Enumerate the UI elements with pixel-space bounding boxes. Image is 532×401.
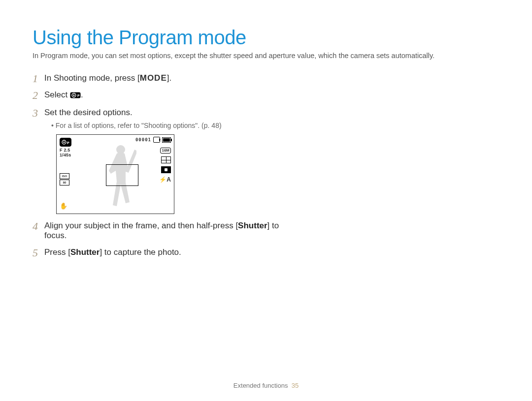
step-4: 4 Align your subject in the frame, and t… (33, 221, 299, 241)
lcd-focus-frame (106, 164, 138, 186)
step-number: 3 (33, 107, 38, 120)
step-number: 2 (33, 89, 38, 102)
lcd-shutter-speed: 1/45s (60, 153, 71, 157)
step-1: 1 In Shooting mode, press [MODE]. (33, 73, 299, 83)
lcd-size-pill: 16M (160, 148, 171, 154)
lcd-flash-icon: ⚡A (159, 176, 171, 183)
lcd-card-icon (153, 137, 160, 143)
shutter-label: Shutter (238, 221, 267, 230)
svg-point-2 (73, 94, 74, 96)
lcd-battery-icon (162, 137, 171, 143)
step-sub-bullets: For a list of options, refer to "Shootin… (44, 118, 299, 129)
lcd-preview: P F 2.5 1/45s ISO 80 ✋ 00001 (56, 134, 174, 214)
step-number: 4 (33, 220, 38, 233)
step-text: In Shooting mode, press [ (44, 73, 140, 83)
step-number: 5 (33, 247, 38, 259)
lcd-quality-icon (161, 156, 171, 163)
page-title: Using the Program mode (33, 27, 499, 49)
page-footer: Extended functions 35 (0, 382, 532, 389)
step-5: 5 Press [Shutter] to capture the photo. (33, 247, 299, 257)
step-2: 2 Select P . (33, 90, 299, 101)
lcd-metering-icon (161, 166, 171, 173)
svg-text:P: P (77, 94, 80, 97)
footer-page-number: 35 (292, 382, 299, 389)
step-3: 3 Set the desired options. For a list of… (33, 108, 299, 214)
step-text: Set the desired options. (44, 108, 133, 117)
steps-list: 1 In Shooting mode, press [MODE]. 2 Sele… (33, 73, 299, 257)
mode-button-label: MODE (140, 73, 167, 83)
lcd-aperture: F 2.5 (60, 148, 71, 153)
step-text: Select (44, 90, 70, 99)
step-number: 1 (33, 72, 38, 85)
lcd-mode-icon: P (60, 138, 71, 147)
lcd-iso-value: 80 (60, 180, 69, 185)
step-text: Align your subject in the frame, and the… (44, 221, 238, 230)
intro-text: In Program mode, you can set most option… (33, 52, 499, 60)
svg-point-5 (64, 142, 65, 143)
footer-section: Extended functions (233, 382, 288, 389)
program-mode-icon: P (70, 91, 81, 101)
lcd-iso-label: ISO (60, 173, 69, 179)
step-sub-bullet: For a list of options, refer to "Shootin… (51, 122, 299, 129)
step-text: Press [ (44, 247, 70, 257)
shutter-label: Shutter (70, 247, 100, 257)
lcd-frame-counter: 00001 (135, 137, 151, 142)
lcd-ois-icon: ✋ (60, 202, 67, 210)
svg-text:P: P (67, 141, 69, 145)
